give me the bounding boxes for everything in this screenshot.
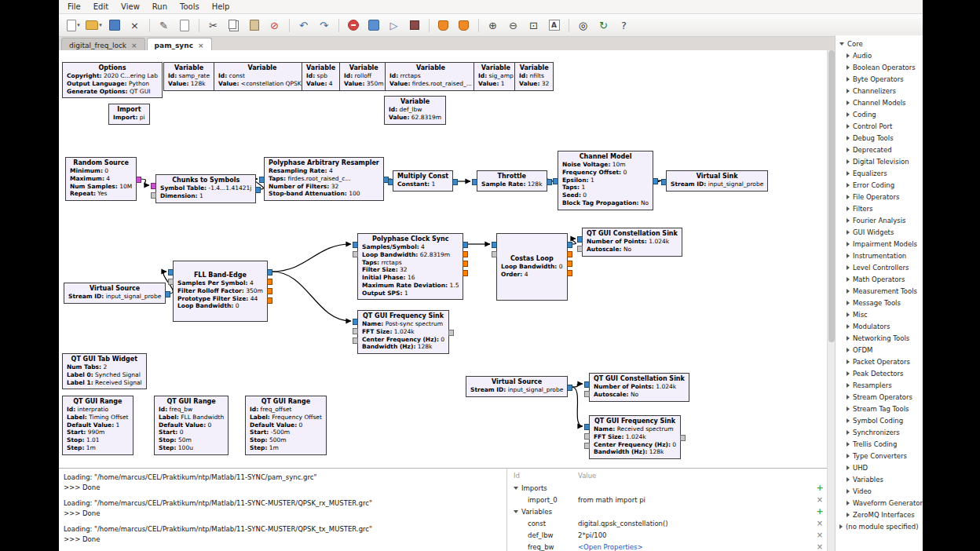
tree-category-byte-operators[interactable]: Byte Operators bbox=[836, 73, 923, 85]
snap-to-grid-button[interactable]: A bbox=[544, 16, 564, 34]
tree-category-debug-tools[interactable]: Debug Tools bbox=[836, 132, 923, 144]
tree-category-type-converters[interactable]: Type Converters bbox=[836, 450, 923, 462]
new-flowgraph-button[interactable]: ▾ bbox=[64, 16, 83, 34]
output-port[interactable] bbox=[567, 261, 572, 267]
output-port[interactable] bbox=[463, 242, 468, 248]
connection-costas-to-const_sink1[interactable] bbox=[572, 239, 576, 244]
tree-category-gui-widgets[interactable]: GUI Widgets bbox=[836, 226, 923, 238]
block-range_freq_bw[interactable]: QT GUI RangeId: freq_bwLabel: FLL Bandwi… bbox=[154, 396, 229, 455]
kill-button[interactable] bbox=[404, 16, 424, 34]
input-port[interactable] bbox=[577, 236, 583, 243]
tree-category-uhd[interactable]: UHD bbox=[836, 462, 923, 473]
output-port[interactable] bbox=[452, 179, 458, 185]
varpanel-value[interactable]: <Open Properties> bbox=[578, 543, 813, 551]
block-virtual_source2[interactable]: Virtual SourceStream ID: input_signal_pr… bbox=[466, 376, 568, 397]
block-throttle[interactable]: ThrottleSample Rate: 128k bbox=[477, 170, 547, 192]
output-port[interactable] bbox=[448, 330, 454, 336]
block-sig_amp[interactable]: VariableId: sig_ampValue: 1 bbox=[474, 62, 518, 91]
zoom-out-button[interactable]: ⊖ bbox=[503, 16, 523, 34]
output-port[interactable] bbox=[653, 178, 658, 184]
screen-capture-button[interactable]: ✎ bbox=[154, 16, 174, 34]
menu-file[interactable]: File bbox=[61, 2, 87, 12]
tree-category-filters[interactable]: Filters bbox=[836, 203, 923, 214]
expander-icon[interactable] bbox=[847, 112, 850, 117]
expander-icon[interactable] bbox=[847, 336, 850, 341]
input-port[interactable] bbox=[151, 192, 156, 199]
expander-icon[interactable] bbox=[847, 324, 850, 329]
expander-icon[interactable] bbox=[514, 487, 518, 490]
tree-category-packet-operators[interactable]: Packet Operators bbox=[836, 356, 923, 367]
varpanel-row-Imports[interactable]: Imports+ bbox=[507, 482, 827, 494]
tree-category-stream-operators[interactable]: Stream Operators bbox=[836, 391, 923, 403]
expander-icon[interactable] bbox=[847, 312, 850, 317]
expander-icon[interactable] bbox=[847, 53, 850, 58]
input-port[interactable] bbox=[584, 433, 590, 440]
close-flowgraph-button[interactable]: × bbox=[125, 16, 144, 34]
expander-icon[interactable] bbox=[847, 89, 850, 93]
save-flowgraph-button[interactable] bbox=[104, 16, 124, 34]
expander-icon[interactable] bbox=[847, 348, 850, 352]
expander-icon[interactable] bbox=[847, 277, 850, 282]
reload-blocks-button[interactable]: ↻ bbox=[594, 16, 613, 34]
output-port[interactable] bbox=[547, 179, 552, 185]
expander-icon[interactable] bbox=[839, 524, 843, 529]
paste-button[interactable] bbox=[244, 16, 264, 34]
block-multiply_const[interactable]: Multiply ConstConstant: 1 bbox=[393, 170, 453, 192]
connection-virtual_source2-to-freq_sink2[interactable] bbox=[572, 387, 583, 426]
redo-button[interactable]: ↷ bbox=[314, 16, 334, 34]
tree-category-deprecated[interactable]: Deprecated bbox=[836, 144, 923, 155]
expander-icon[interactable] bbox=[847, 489, 850, 494]
tree-category-fourier-analysis[interactable]: Fourier Analysis bbox=[836, 214, 923, 226]
block-import_pi[interactable]: ImportImport: pi bbox=[108, 104, 150, 125]
block-range_interpratio[interactable]: QT GUI RangeId: interpratioLabel: Timing… bbox=[62, 396, 133, 455]
block-const_sink2[interactable]: QT GUI Constellation SinkNumber of Point… bbox=[589, 373, 689, 402]
flowgraph-properties-button[interactable] bbox=[174, 16, 194, 34]
toggle-hidden-blocks-button[interactable] bbox=[454, 16, 474, 34]
expander-icon[interactable] bbox=[847, 395, 850, 400]
input-port[interactable] bbox=[151, 183, 156, 189]
tab-close-icon[interactable]: × bbox=[198, 42, 204, 49]
expander-icon[interactable] bbox=[847, 183, 850, 188]
tree-category-boolean-operators[interactable]: Boolean Operators bbox=[836, 61, 923, 73]
input-port[interactable] bbox=[353, 328, 358, 334]
input-port[interactable] bbox=[553, 178, 558, 184]
block-virtual_sink[interactable]: Virtual SinkStream ID: input_signal_prob… bbox=[666, 170, 768, 192]
expander-icon[interactable] bbox=[847, 100, 850, 105]
expander-icon[interactable] bbox=[847, 65, 850, 70]
remove-button[interactable]: × bbox=[813, 519, 827, 527]
block-random_source[interactable]: Random SourceMinimum: 0Maximum: 4Num Sam… bbox=[65, 157, 137, 201]
input-port[interactable] bbox=[472, 179, 477, 185]
output-port[interactable] bbox=[267, 279, 272, 285]
output-port[interactable] bbox=[567, 242, 572, 248]
tree-category-equalizers[interactable]: Equalizers bbox=[836, 167, 923, 179]
output-port[interactable] bbox=[567, 251, 572, 257]
tab-close-icon[interactable]: × bbox=[131, 42, 137, 49]
scrollbar-thumb[interactable] bbox=[828, 50, 835, 342]
menu-tools[interactable]: Tools bbox=[174, 2, 206, 12]
output-port[interactable] bbox=[463, 251, 468, 257]
input-port[interactable] bbox=[492, 242, 497, 248]
output-port[interactable] bbox=[680, 435, 686, 441]
tree-category-trellis-coding[interactable]: Trellis Coding bbox=[836, 438, 923, 450]
tree-category-ofdm[interactable]: OFDM bbox=[836, 344, 923, 356]
tree-category-resamplers[interactable]: Resamplers bbox=[836, 379, 923, 391]
expander-icon[interactable] bbox=[847, 218, 850, 223]
output-port[interactable] bbox=[267, 269, 272, 276]
block-const_var[interactable]: VariableId: constValue: <constellation Q… bbox=[214, 62, 311, 91]
tree-category-synchronizers[interactable]: Synchronizers bbox=[836, 426, 923, 438]
input-port[interactable] bbox=[584, 391, 590, 397]
expander-icon[interactable] bbox=[847, 371, 850, 376]
tree-category-control-port[interactable]: Control Port bbox=[836, 120, 923, 132]
remove-button[interactable]: × bbox=[813, 542, 827, 551]
expander-icon[interactable] bbox=[847, 148, 850, 152]
tree-category-impairment-models[interactable]: Impairment Models bbox=[836, 238, 923, 250]
block-fll[interactable]: FLL Band-EdgeSamples Per Symbol: 4Filter… bbox=[173, 261, 268, 322]
dropdown-arrow-icon[interactable]: ▾ bbox=[77, 22, 80, 28]
canvas-scrollbar[interactable] bbox=[827, 50, 835, 551]
remove-button[interactable]: × bbox=[813, 531, 827, 539]
expander-icon[interactable] bbox=[847, 77, 850, 82]
tree-category-message-tools[interactable]: Message Tools bbox=[836, 297, 923, 308]
input-port[interactable] bbox=[661, 179, 667, 185]
tree-category-coding[interactable]: Coding bbox=[836, 108, 923, 120]
tree-category-peak-detectors[interactable]: Peak Detectors bbox=[836, 367, 923, 379]
